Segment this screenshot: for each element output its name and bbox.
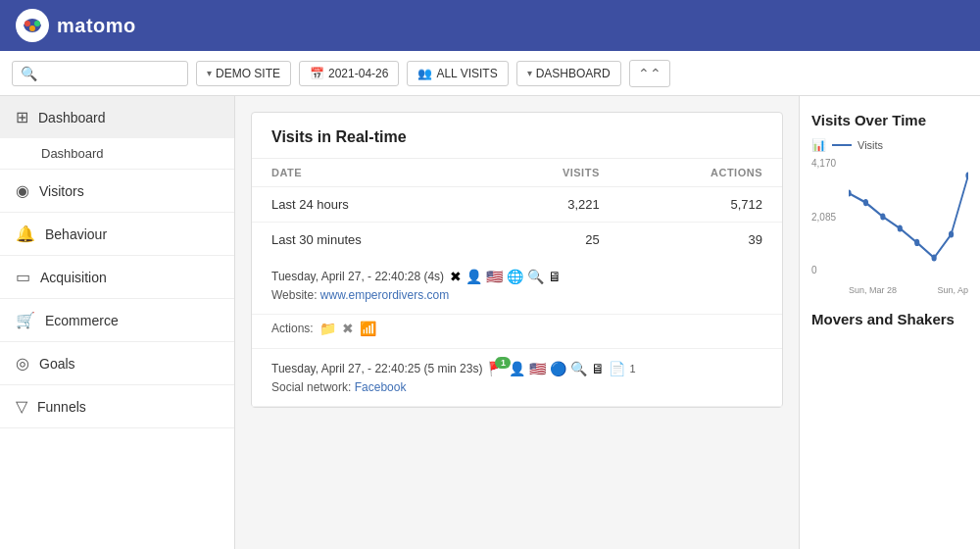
matomo-logo-icon [16, 9, 49, 42]
date-selector-button[interactable]: 📅 2021-04-26 [299, 61, 399, 86]
segment-label: ALL VISITS [436, 67, 497, 80]
search-input[interactable] [43, 66, 180, 80]
visits-chart: 📊 Visits 4,170 2,085 0 [811, 138, 968, 295]
chart-icon: 📊 [811, 138, 826, 152]
visit-row-2: Tuesday, April 27, - 22:40:25 (5 min 23s… [252, 349, 782, 407]
col-date: DATE [252, 159, 483, 187]
dashboard-button[interactable]: ▾ DASHBOARD [516, 61, 621, 86]
svg-point-8 [914, 239, 919, 246]
sidebar-item-dashboard-label: Dashboard [38, 110, 106, 125]
calendar-icon: 📅 [310, 67, 324, 80]
sidebar-subitem-dashboard[interactable]: Dashboard [0, 138, 234, 169]
visit2-time: Tuesday, April 27, - 22:40:25 (5 min 23s… [271, 362, 482, 375]
visit1-actions-row: Actions: 📁 ✖ 📶 [252, 315, 782, 349]
svg-point-5 [863, 199, 868, 206]
sidebar-item-ecommerce-label: Ecommerce [45, 313, 119, 328]
sidebar-item-visitors[interactable]: ◉ Visitors [0, 170, 234, 212]
acquisition-icon: ▭ [16, 268, 30, 286]
row2-date: Last 30 minutes [252, 223, 483, 258]
flag-us2-icon: 🇺🇸 [529, 361, 546, 376]
sidebar-item-ecommerce[interactable]: 🛒 Ecommerce [0, 299, 234, 341]
chevron-icon-2: ▾ [527, 68, 532, 78]
flag-us-icon: 🇺🇸 [486, 269, 503, 284]
svg-point-4 [849, 189, 852, 196]
visit2-detail-link[interactable]: Facebook [355, 380, 407, 394]
sidebar-section-visitors: ◉ Visitors [0, 170, 234, 213]
finder2-icon: 🔍 [570, 361, 587, 376]
main-layout: ⊞ Dashboard Dashboard ◉ Visitors 🔔 Behav… [0, 96, 980, 549]
svg-point-9 [932, 254, 937, 261]
collapse-button[interactable]: ⌃⌃ [629, 60, 670, 87]
svg-point-10 [949, 230, 954, 237]
chrome-icon: 🌐 [507, 269, 523, 284]
table-row: Last 30 minutes 25 39 [252, 223, 782, 258]
visit2-badge: 1 [495, 357, 511, 369]
chart-svg-area [849, 158, 968, 275]
dashboard-icon: ⊞ [16, 108, 28, 126]
row1-date: Last 24 hours [252, 187, 483, 223]
no-image-icon: ✖ [450, 269, 462, 284]
sidebar-section-ecommerce: 🛒 Ecommerce [0, 299, 234, 342]
date-label: 2021-04-26 [328, 67, 388, 80]
wave-icon: 📶 [360, 321, 376, 336]
sidebar-item-behaviour[interactable]: 🔔 Behaviour [0, 213, 234, 255]
svg-point-7 [898, 225, 903, 231]
segment-selector-button[interactable]: 👥 ALL VISITS [407, 61, 508, 86]
ecommerce-icon: 🛒 [16, 311, 35, 329]
visits-svg [849, 158, 968, 275]
toolbar: 🔍 ▾ DEMO SITE 📅 2021-04-26 👥 ALL VISITS … [0, 51, 980, 96]
visit-row-1: Tuesday, April 27, - 22:40:28 (4s) ✖ 👤 🇺… [252, 257, 782, 315]
finder-icon: 🔍 [527, 269, 544, 284]
sidebar-item-funnels-label: Funnels [37, 399, 86, 415]
visit2-count: 1 [629, 363, 635, 374]
visit1-details: Website: www.emperordivers.com [271, 288, 762, 302]
content-area: Visits in Real-time DATE VISITS ACTIONS … [235, 96, 980, 549]
sidebar-item-funnels[interactable]: ▽ Funnels [0, 385, 234, 427]
sidebar-item-acquisition[interactable]: ▭ Acquisition [0, 256, 234, 298]
site-selector-button[interactable]: ▾ DEMO SITE [196, 61, 291, 86]
col-actions: ACTIONS [619, 159, 782, 187]
desktop2-icon: 🖥 [591, 361, 605, 376]
visit1-detail-label: Website: [271, 288, 317, 302]
visit2-detail-label: Social network: [271, 380, 351, 394]
chart-y-labels: 4,170 2,085 0 [811, 158, 846, 275]
visit1-time: Tuesday, April 27, - 22:40:28 (4s) [271, 270, 444, 283]
y-label-top: 4,170 [811, 158, 846, 169]
dashboard-label: DASHBOARD [536, 67, 611, 80]
goals-icon: ◎ [16, 354, 29, 373]
svg-point-2 [34, 21, 40, 26]
table-row: Last 24 hours 3,221 5,712 [252, 187, 782, 223]
visit2-details: Social network: Facebook [271, 380, 762, 394]
sidebar-item-dashboard[interactable]: ⊞ Dashboard [0, 96, 234, 138]
main-panel: Visits in Real-time DATE VISITS ACTIONS … [235, 96, 799, 549]
sidebar-item-goals[interactable]: ◎ Goals [0, 342, 234, 384]
row1-visits: 3,221 [483, 187, 619, 223]
person2-icon: 👤 [509, 361, 525, 376]
row1-actions: 5,712 [619, 187, 782, 223]
sidebar-subitem-dashboard-label: Dashboard [41, 146, 104, 161]
legend-label: Visits [858, 139, 883, 151]
chevron-icon: ▾ [207, 68, 212, 78]
visit1-detail-link[interactable]: www.emperordivers.com [320, 288, 449, 302]
movers-shakers-title: Movers and Shakers [811, 311, 968, 327]
x-label-start: Sun, Mar 28 [849, 285, 897, 295]
sidebar-item-acquisition-label: Acquisition [40, 270, 107, 285]
chart-x-labels: Sun, Mar 28 Sun, Ap [849, 285, 968, 295]
visit2-header: Tuesday, April 27, - 22:40:25 (5 min 23s… [271, 361, 762, 376]
collapse-icon: ⌃⌃ [638, 66, 662, 81]
funnels-icon: ▽ [16, 397, 27, 416]
visits-over-time-title: Visits Over Time [811, 112, 968, 128]
sidebar-section-acquisition: ▭ Acquisition [0, 256, 234, 299]
users-icon: 👥 [417, 67, 432, 80]
sidebar-section-goals: ◎ Goals [0, 342, 234, 385]
top-header: matomo [0, 0, 980, 51]
actions-label: Actions: [271, 322, 314, 335]
cross-icon: ✖ [342, 321, 354, 336]
svg-point-1 [24, 21, 30, 26]
sidebar-section-dashboard: ⊞ Dashboard Dashboard [0, 96, 234, 170]
visit1-header: Tuesday, April 27, - 22:40:28 (4s) ✖ 👤 🇺… [271, 269, 762, 284]
search-box[interactable]: 🔍 [12, 61, 188, 86]
behaviour-icon: 🔔 [16, 225, 35, 243]
logo-text: matomo [57, 15, 136, 37]
site-selector-label: DEMO SITE [216, 67, 280, 80]
